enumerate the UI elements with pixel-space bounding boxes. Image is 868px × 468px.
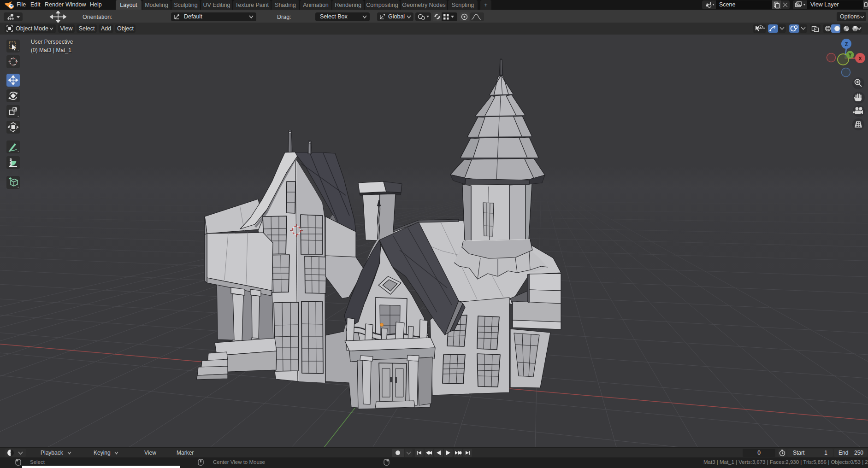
svg-text:X: X bbox=[858, 56, 862, 61]
svg-text:Z: Z bbox=[845, 41, 848, 47]
svg-text:Y: Y bbox=[849, 53, 852, 58]
